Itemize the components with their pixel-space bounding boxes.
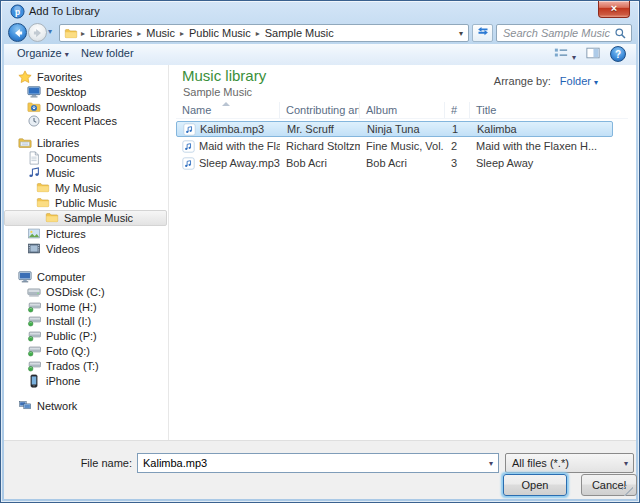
sidebar-item-home-h[interactable]: Home (H:): [4, 300, 166, 314]
sidebar-item-music[interactable]: Music: [4, 166, 166, 180]
file-number: 1: [446, 123, 471, 135]
hard-drive-icon: [27, 285, 41, 299]
column-header-number[interactable]: #: [445, 102, 470, 118]
close-icon: ×: [611, 2, 617, 14]
refresh-icon: [476, 27, 490, 39]
sidebar-item-pictures[interactable]: Pictures: [4, 227, 166, 241]
file-album: Fine Music, Vol. 1: [360, 140, 445, 152]
sidebar-item-install-i[interactable]: Install (I:): [4, 314, 166, 328]
folder-icon: [64, 27, 78, 40]
chevron-down-icon: ▾: [594, 78, 598, 87]
breadcrumb-libraries[interactable]: Libraries: [86, 27, 136, 39]
chevron-down-icon: ▾: [572, 53, 576, 62]
back-button[interactable]: [8, 23, 27, 42]
title-bar[interactable]: p Add To Library ×: [1, 1, 639, 22]
recent-places-icon: [27, 114, 41, 128]
file-title: Maid with the Flaxen H...: [470, 140, 610, 152]
sidebar-item-documents[interactable]: Documents: [4, 151, 166, 165]
music-file-icon: [182, 140, 195, 153]
sidebar-item-trados-t[interactable]: Trados (T:): [4, 359, 166, 373]
file-artists: Mr. Scruff: [281, 123, 361, 135]
sidebar-item-public-music[interactable]: Public Music: [4, 196, 166, 210]
file-name-input[interactable]: [138, 457, 481, 469]
file-name: Sleep Away.mp3: [199, 157, 280, 169]
file-name-label: File name:: [44, 457, 132, 469]
preview-pane-button[interactable]: [585, 46, 601, 62]
file-type-select[interactable]: All files (*.*) ▾: [505, 453, 634, 473]
breadcrumb-public-music[interactable]: Public Music: [185, 27, 255, 39]
breadcrumb-sample-music[interactable]: Sample Music: [261, 27, 338, 39]
network-drive-icon: [27, 329, 41, 343]
close-button[interactable]: ×: [598, 1, 630, 18]
forward-button[interactable]: [28, 23, 47, 42]
organize-button[interactable]: Organize▾: [17, 47, 69, 59]
arrange-by-value[interactable]: Folder▾: [560, 75, 598, 87]
help-icon: ?: [615, 49, 621, 60]
pictures-icon: [27, 227, 41, 241]
network-icon: [18, 399, 32, 413]
folder-icon: [36, 181, 50, 195]
chevron-down-icon[interactable]: ▾: [484, 459, 498, 468]
library-subtitle: Sample Music: [183, 86, 252, 98]
refresh-button[interactable]: [472, 24, 493, 42]
file-row-kalimba[interactable]: Kalimba.mp3 Mr. Scruff Ninja Tuna 1 Kali…: [176, 121, 613, 137]
app-icon: p: [10, 4, 25, 19]
file-row-maid-flaxen[interactable]: Maid with the Flaxe... Richard Stoltzman…: [176, 138, 613, 154]
sidebar-item-computer[interactable]: Computer: [4, 270, 166, 284]
sidebar-item-favorites[interactable]: Favorites: [4, 70, 166, 84]
chevron-down-icon: ▾: [619, 459, 633, 468]
forward-arrow-icon: [32, 29, 44, 41]
open-button[interactable]: Open: [503, 474, 567, 496]
column-header-title[interactable]: Title: [470, 102, 610, 118]
file-album: Ninja Tuna: [361, 123, 446, 135]
search-input[interactable]: [497, 27, 614, 39]
sidebar-item-desktop[interactable]: Desktop: [4, 85, 166, 99]
preview-pane-icon: [585, 50, 601, 62]
sidebar-item-foto-q[interactable]: Foto (Q:): [4, 344, 166, 358]
command-bar: Organize▾ New folder ▾ ?: [4, 44, 636, 66]
navigation-pane: Favorites Desktop Downloads Recent Place…: [4, 65, 168, 440]
network-drive-icon: [27, 300, 41, 314]
views-icon: [553, 50, 569, 62]
file-artists: Richard Stoltzman...: [280, 140, 360, 152]
new-folder-button[interactable]: New folder: [81, 47, 134, 59]
computer-icon: [18, 270, 32, 284]
videos-icon: [27, 242, 41, 256]
file-list-pane: Music library Sample Music Arrange by: F…: [169, 65, 636, 440]
file-row-sleep-away[interactable]: Sleep Away.mp3 Bob Acri Bob Acri 3 Sleep…: [176, 155, 613, 171]
content-area: Favorites Desktop Downloads Recent Place…: [4, 65, 636, 440]
column-header-album[interactable]: Album: [360, 102, 445, 118]
file-name-combo: ▾: [137, 453, 499, 473]
address-dropdown-icon[interactable]: ▾: [454, 29, 468, 38]
address-bar[interactable]: ▸ Libraries ▸ Music ▸ Public Music ▸ Sam…: [59, 24, 469, 42]
file-title: Sleep Away: [470, 157, 610, 169]
resize-grip[interactable]: [622, 485, 633, 496]
file-number: 3: [445, 157, 470, 169]
breadcrumb-music[interactable]: Music: [142, 27, 179, 39]
file-type-value: All files (*.*): [506, 457, 616, 469]
sidebar-item-network[interactable]: Network: [4, 399, 166, 413]
sidebar-item-iphone[interactable]: iPhone: [4, 374, 166, 388]
change-view-button[interactable]: ▾: [553, 46, 576, 62]
search-box: [496, 24, 632, 42]
file-album: Bob Acri: [360, 157, 445, 169]
music-note-icon: [27, 166, 41, 180]
file-number: 2: [445, 140, 470, 152]
recent-pages-dropdown[interactable]: ▾: [48, 27, 52, 36]
column-header-contributing-artists[interactable]: Contributing artists: [280, 102, 360, 118]
sidebar-item-videos[interactable]: Videos: [4, 242, 166, 256]
library-title: Music library: [182, 67, 266, 84]
folder-icon: [45, 211, 59, 225]
sidebar-item-sample-music[interactable]: Sample Music: [4, 210, 167, 226]
sidebar-item-my-music[interactable]: My Music: [4, 181, 166, 195]
help-button[interactable]: ?: [610, 46, 626, 62]
documents-icon: [27, 151, 41, 165]
sidebar-item-libraries[interactable]: Libraries: [4, 136, 166, 150]
file-name: Maid with the Flaxe...: [199, 140, 280, 152]
sidebar-item-public-p[interactable]: Public (P:): [4, 329, 166, 343]
network-drive-icon: [27, 314, 41, 328]
network-drive-icon: [27, 344, 41, 358]
sidebar-item-recent-places[interactable]: Recent Places: [4, 114, 166, 128]
sidebar-item-downloads[interactable]: Downloads: [4, 100, 166, 114]
sidebar-item-osdisk-c[interactable]: OSDisk (C:): [4, 285, 166, 299]
